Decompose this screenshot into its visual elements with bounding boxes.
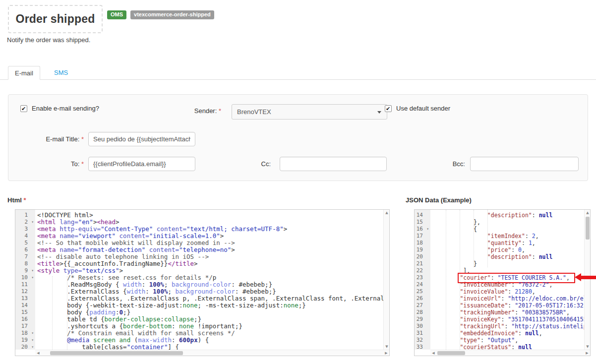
code-line: <!-- disable auto telephone linking in i… [37,253,383,260]
gutter-line-number: 11 [15,281,35,288]
gutter-line-number: 9▾ [15,267,35,274]
gutter-line-number: 7 [15,253,35,260]
fold-arrow-icon[interactable]: ▾ [31,330,34,337]
code-line: @media screen and (max-width: 600px) { [37,337,383,344]
gutter-line-number: 27 [415,302,430,309]
code-line: .ExternalClass {width: 100%; background-… [37,288,383,295]
gutter-line-number: 19▾ [15,337,35,344]
gutter-line-number: 24 [415,281,430,288]
code-line: "invoiceValue": 21280, [432,288,584,295]
sender-label: Sender: [194,107,217,115]
gutter-line-number: 20▾ [15,344,35,350]
code-line: <!-- So that mobile webkit will display … [37,240,383,246]
fold-arrow-icon[interactable]: ▾ [426,226,429,233]
code-line: "trackingUrl": "http://status.intelipo [432,323,584,330]
bcc-input[interactable] [470,157,579,171]
code-line: }, [432,219,584,226]
gutter-line-number: 16▾ [415,226,430,233]
code-line: "courier": "TESTE COURIER S.A.", [432,274,584,281]
gutter-line-number: 20 [415,253,430,260]
gutter-line-number: 3 [15,226,35,233]
json-data-editor[interactable]: 141516▾171819202122232425262728293031323… [414,209,591,356]
fold-arrow-icon[interactable]: ▾ [31,219,34,226]
horizontal-scroll-thumb[interactable] [50,351,183,355]
code-line: <title>{{_accountInfo.TradingName}}</tit… [37,260,383,267]
code-line: "description": null [432,212,584,219]
code-line: <html lang="en"><head> [37,219,383,226]
email-title-label: E-mail Title: [46,135,79,143]
html-editor-horizontal-scrollbar[interactable]: ◀ ▶ [35,350,389,356]
fold-arrow-icon[interactable]: ▾ [31,267,34,274]
scroll-right-icon[interactable]: ▶ [383,350,389,356]
code-line: "type": "Output", [432,337,584,344]
gutter-line-number: 17 [15,323,35,330]
gutter-line-number: 17 [415,233,430,240]
html-code-area[interactable]: <!DOCTYPE html><html lang="en"><head><me… [37,212,383,350]
arrow-shaft [581,276,596,279]
json-code-area[interactable]: "description": null }, { "itemIndex": 2,… [432,212,584,350]
scroll-right-icon[interactable]: ▶ [584,350,590,356]
required-mark: * [219,107,221,115]
template-description: Notify the order was shipped. [7,36,90,44]
vertical-scroll-thumb[interactable] [586,217,590,240]
to-label: To: [71,160,79,168]
use-default-sender-label: Use default sender [396,105,450,112]
scroll-up-icon[interactable]: ▲ [585,210,591,216]
code-line: body {padding:0;} [37,309,383,316]
scroll-down-icon[interactable]: ▼ [585,344,591,350]
gutter-line-number: 5 [15,240,35,246]
scroll-down-icon[interactable]: ▼ [384,344,390,350]
bcc-label: Bcc: [453,160,465,168]
gutter-line-number: 15 [15,309,35,316]
json-editor-gutter: 141516▾171819202122232425262728293031323… [415,210,430,350]
scroll-left-icon[interactable]: ◀ [35,350,41,356]
cc-input[interactable] [280,157,387,171]
tab-sms[interactable]: SMS [48,66,74,80]
gutter-line-number: 12 [15,288,35,295]
enable-email-label: Enable e-mail sending? [32,105,99,112]
json-editor-label: JSON Data (Example) [406,196,472,204]
code-line: <style type="text/css"> [37,267,383,274]
code-line: table td {border-collapse:collapse;} [37,316,383,323]
code-line: "trackingNumber": "003838575BR", [432,309,584,316]
gutter-line-number: 21 [415,260,430,267]
sender-selected-value: BrenoVTEX [237,108,271,116]
gutter-line-number: 18▾ [15,330,35,337]
scroll-left-icon[interactable]: ◀ [430,350,436,356]
horizontal-scroll-thumb[interactable] [437,351,465,355]
code-line: .ReadMsgBody { width: 100%; background-c… [37,281,383,288]
tab-email[interactable]: E-mail [8,66,40,80]
enable-email-checkbox[interactable] [20,105,27,112]
dropdown-caret-icon [377,111,381,114]
code-line: "invoiceNumber": "76372-2", [432,281,584,288]
gutter-line-number: 30 [415,323,430,330]
gutter-line-number: 15 [415,219,430,226]
to-input[interactable] [88,157,195,171]
gutter-line-number: 18 [415,240,430,246]
gutter-line-number: 8 [15,260,35,267]
json-editor-horizontal-scrollbar[interactable]: ◀ ▶ [430,350,590,356]
fold-arrow-icon[interactable]: ▾ [31,337,34,344]
html-editor-vertical-scrollbar[interactable]: ▲ ▼ [383,210,389,350]
fold-arrow-icon[interactable]: ▾ [31,274,34,281]
gutter-line-number: 33 [415,344,430,350]
fold-arrow-icon[interactable]: ▾ [31,344,34,350]
code-line: <meta name="viewport" content="initial-s… [37,233,383,240]
gutter-line-number: 25 [415,288,430,295]
email-title-input[interactable] [88,132,195,146]
sender-select[interactable]: BrenoVTEX [232,104,387,120]
code-line: "description": null [432,253,584,260]
code-line: /* Constrain email width for small scree… [37,330,383,337]
gutter-line-number: 26 [415,295,430,302]
code-line: <meta http-equiv="Content-Type" content=… [37,226,383,233]
html-code-editor[interactable]: 12▾3456789▾10▾1112131415161718▾19▾20▾21 … [15,209,390,356]
code-line: } [432,260,584,267]
code-line: .ExternalClass, .ExternalClass p, .Exter… [37,295,383,302]
scroll-up-icon[interactable]: ▲ [384,210,390,216]
gutter-line-number: 10▾ [15,274,35,281]
gutter-line-number: 16 [15,316,35,323]
gutter-line-number: 31 [415,330,430,337]
gutter-line-number: 2▾ [15,219,35,226]
use-default-sender-checkbox[interactable] [385,105,392,112]
code-line: <meta name="format-detection" content="t… [37,246,383,253]
